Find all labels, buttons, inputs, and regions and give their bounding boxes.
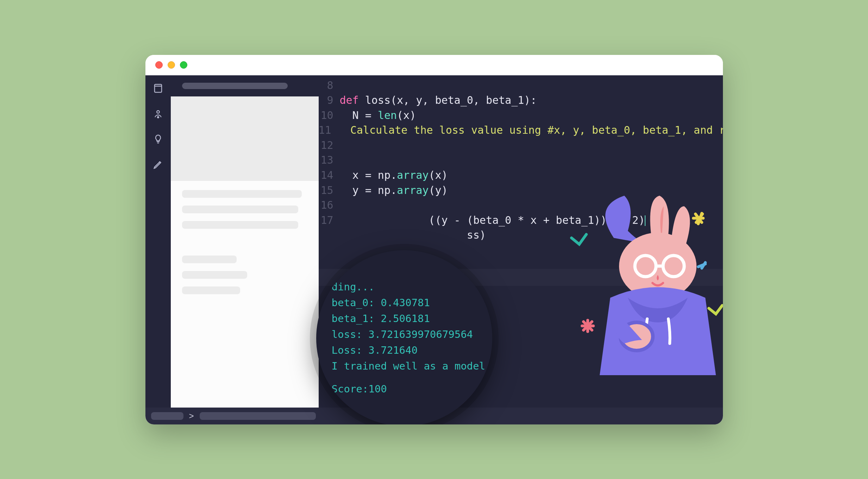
status-placeholder — [200, 412, 316, 420]
title-bar — [145, 55, 723, 75]
close-icon[interactable] — [155, 61, 163, 69]
console-output-line: loss: 3.721639970679564 — [332, 327, 477, 342]
code-line: 13 — [319, 153, 723, 168]
code-line: 8 — [319, 78, 723, 93]
line-number: 15 — [319, 183, 340, 198]
code-text: N = len(x) — [340, 108, 416, 123]
book-icon[interactable] — [152, 82, 164, 94]
line-number: 11 — [319, 123, 338, 138]
line-number — [319, 228, 340, 243]
person-pin-icon[interactable] — [152, 108, 164, 120]
svg-rect-0 — [155, 84, 162, 92]
minimize-icon[interactable] — [168, 61, 175, 69]
console-output-line: I trained well as a model. 100 — [332, 358, 477, 374]
list-item — [182, 271, 247, 279]
code-line: 10 N = len(x) — [319, 108, 723, 123]
list-item — [182, 206, 298, 213]
console-output-line: Score:100 — [332, 381, 477, 397]
code-line: 9def loss(x, y, beta_0, beta_1): — [319, 93, 723, 108]
code-text: ss) — [340, 228, 486, 243]
chevron-right-icon: > — [189, 411, 194, 421]
code-line: 12 — [319, 138, 723, 153]
side-panel-list — [171, 181, 319, 303]
activity-bar — [145, 75, 171, 408]
output-magnifier: ding...beta_0: 0.430781beta_1: 2.506181l… — [316, 250, 492, 424]
side-panel-tab[interactable] — [171, 75, 319, 96]
console-output-line: beta_1: 2.506181 — [332, 311, 477, 327]
line-number: 13 — [319, 153, 340, 168]
code-line: 11 Calculate the loss value using #x, y,… — [319, 123, 723, 138]
line-number: 14 — [319, 168, 340, 183]
console-output-line: Loss: 3.721640 — [332, 342, 477, 358]
list-item — [182, 190, 302, 198]
side-panel-hero-placeholder — [171, 96, 319, 181]
side-panel — [171, 75, 319, 408]
svg-point-2 — [157, 111, 160, 113]
bunny-mascot — [561, 192, 723, 375]
line-number: 16 — [319, 198, 340, 213]
line-number: 8 — [319, 78, 340, 93]
line-number: 17 — [319, 213, 340, 228]
list-item — [182, 256, 237, 263]
svg-point-3 — [157, 116, 159, 118]
side-panel-title-placeholder — [182, 83, 288, 89]
list-item — [182, 221, 298, 229]
console-output-line: ding... — [332, 279, 477, 295]
status-placeholder — [151, 412, 183, 420]
code-text: x = np.array(x) — [340, 168, 448, 183]
lightbulb-icon[interactable] — [152, 133, 164, 145]
console-output-line: beta_0: 0.430781 — [332, 295, 477, 311]
app-window: 89def loss(x, y, beta_0, beta_1):10 N = … — [145, 55, 723, 424]
list-item — [182, 286, 240, 294]
code-text: Calculate the loss value using #x, y, be… — [338, 123, 723, 138]
pencil-icon[interactable] — [152, 158, 164, 170]
line-number: 9 — [319, 93, 340, 108]
code-line: 14 x = np.array(x) — [319, 168, 723, 183]
line-number: 12 — [319, 138, 340, 153]
line-number: 10 — [319, 108, 340, 123]
maximize-icon[interactable] — [180, 61, 187, 69]
code-text: def loss(x, y, beta_0, beta_1): — [340, 93, 537, 108]
code-text: y = np.array(y) — [340, 183, 448, 198]
